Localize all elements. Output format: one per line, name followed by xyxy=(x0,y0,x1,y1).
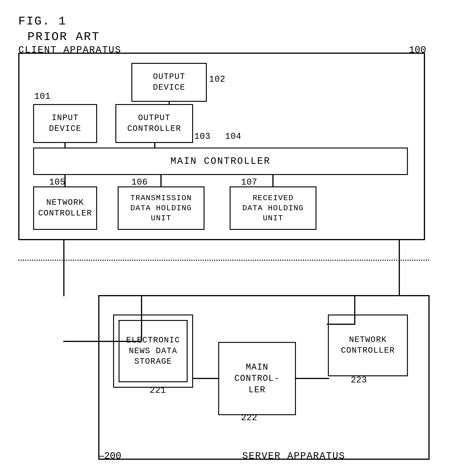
server-apparatus-box: ELECTRONICNEWS DATASTORAGE 221 MAINCONTR… xyxy=(98,295,430,460)
figure-title: FIG. 1 PRIOR ART xyxy=(18,14,431,45)
ref-104: 104 xyxy=(225,132,241,141)
input-device-box: INPUTDEVICE xyxy=(33,104,97,143)
client-apparatus-box: OUTPUTDEVICE 102 INPUTDEVICE 101 OUTPUTC… xyxy=(18,53,425,240)
output-device-box: OUTPUTDEVICE xyxy=(131,63,207,102)
conn-outctrl-to-main xyxy=(154,143,155,148)
conn-main-to-netctrl xyxy=(64,175,66,187)
main-controller-box: MAIN CONTROLLER xyxy=(33,148,408,175)
ref-103: 103 xyxy=(194,132,210,141)
received-data-box: RECEIVEDDATA HOLDINGUNIT xyxy=(230,186,316,230)
conn-client-right-down1 xyxy=(399,240,400,261)
fig-title-line2: PRIOR ART xyxy=(18,29,431,45)
ref-102: 102 xyxy=(209,74,225,84)
conn-left-entry-server xyxy=(63,341,142,342)
conn-netline-to-enews xyxy=(141,296,142,341)
fig-title-line1: FIG. 1 xyxy=(18,14,431,29)
ref-222: 222 xyxy=(241,413,257,423)
ref-221: 221 xyxy=(150,385,166,395)
ref-223: 223 xyxy=(351,375,367,385)
conn-right-to-server xyxy=(354,296,355,324)
conn-main-to-recv xyxy=(272,175,274,187)
ref-107: 107 xyxy=(241,177,257,187)
server-main-controller-box: MAINCONTROL-LER xyxy=(218,342,296,415)
conn-right-h-server xyxy=(327,324,355,325)
network-line xyxy=(18,260,430,261)
network-controller-box: NETWORKCONTROLLER xyxy=(33,186,97,230)
conn-client-right-down2 xyxy=(399,261,400,296)
conn-outdev-to-outctrl xyxy=(169,102,170,105)
transmission-data-box: TRANSMISSIONDATA HOLDINGUNIT xyxy=(118,186,204,230)
ref-101: 101 xyxy=(34,92,51,101)
output-controller-box: OUTPUTCONTROLLER xyxy=(115,104,193,143)
electronic-news-box: ELECTRONICNEWS DATASTORAGE xyxy=(113,315,193,388)
conn-mainctrl-to-netctrl xyxy=(296,378,329,379)
page: FIG. 1 PRIOR ART CLIENT APPARATUS 100 OU… xyxy=(0,0,449,476)
conn-enews-to-mainctrl xyxy=(193,378,219,379)
conn-indev-to-main xyxy=(64,143,66,148)
ref-105: 105 xyxy=(49,177,65,187)
conn-down-to-server-left xyxy=(63,261,64,296)
conn-client-netctrl-down xyxy=(63,240,64,261)
conn-main-to-trans xyxy=(160,175,162,187)
ref-106: 106 xyxy=(131,177,148,187)
